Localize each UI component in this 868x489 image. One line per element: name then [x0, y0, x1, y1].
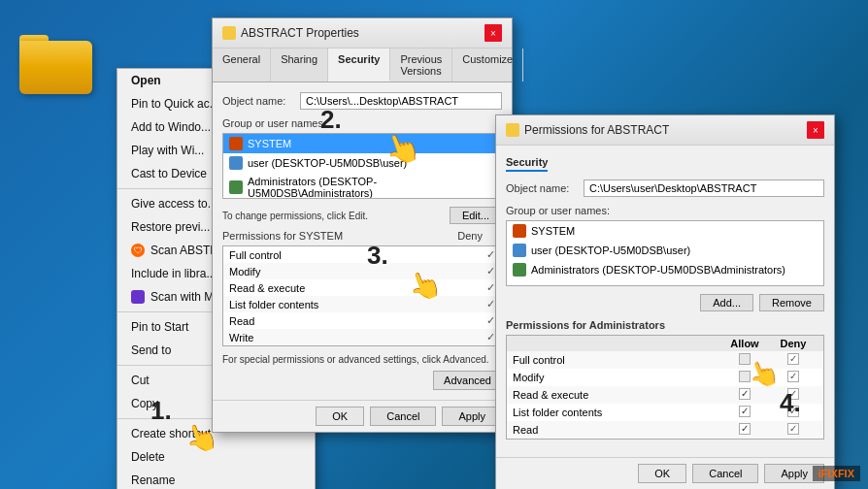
- perm-row-fullcontrol: Full control ✓: [223, 246, 501, 263]
- properties-titlebar: ABSTRACT Properties ×: [213, 18, 512, 49]
- perm-section-title: Permissions for SYSTEM Deny: [222, 230, 502, 242]
- properties-dialog: ABSTRACT Properties × General Sharing Se…: [212, 17, 513, 433]
- edit-button[interactable]: Edit...: [450, 207, 502, 224]
- tab-previous-versions[interactable]: Previous Versions: [390, 49, 452, 82]
- perms-user-admin[interactable]: Administrators (DESKTOP-U5M0DSB\Administ…: [507, 260, 823, 279]
- perms-user-icon: [513, 244, 526, 257]
- perms-row-read: Read: [507, 421, 823, 439]
- user-list-item-admin[interactable]: Administrators (DESKTOP-U5M0DSB\Administ…: [223, 173, 501, 199]
- perms-table: Allow Deny Full control Modify Read & ex…: [506, 335, 824, 440]
- malware-icon: [131, 290, 145, 304]
- perm-check-write: ✓: [486, 331, 495, 343]
- add-remove-row: Add... Remove: [506, 294, 824, 311]
- perms-system-label: SYSTEM: [531, 225, 575, 237]
- perms-user-list: SYSTEM user (DESKTOP-U5M0DSB\user) Admin…: [506, 220, 824, 286]
- allow-listfolder[interactable]: [720, 406, 769, 419]
- perm-for-label: Permissions for Administrators: [506, 319, 824, 331]
- tab-sharing[interactable]: Sharing: [271, 49, 328, 82]
- admin-icon: [229, 180, 243, 194]
- perms-ok-button[interactable]: OK: [638, 464, 686, 483]
- perms-fullcontrol: Full control: [513, 354, 720, 366]
- perms-title: Permissions for ABSTRACT: [506, 123, 669, 137]
- user-list-item-system[interactable]: SYSTEM: [223, 134, 501, 153]
- perms-row-listfolder: List folder contents: [507, 404, 823, 421]
- perm-check-readexec: ✓: [486, 281, 495, 294]
- step-1-label: 1.: [150, 396, 172, 426]
- perms-row-readexec: Read & execute: [507, 386, 823, 404]
- col-deny: Deny: [769, 338, 818, 349]
- tab-general[interactable]: General: [213, 49, 271, 82]
- perm-check-listfolder: ✓: [486, 298, 495, 310]
- perms-user-label: user (DESKTOP-U5M0DSB\user): [531, 244, 690, 256]
- perm-listfolder: List folder contents: [229, 299, 318, 310]
- perms-object-value: C:\Users\user\Desktop\ABSTRACT: [584, 179, 824, 197]
- col-allow: Allow: [720, 338, 769, 349]
- folder-shape: [19, 41, 92, 94]
- step-2-label: 2.: [320, 105, 342, 135]
- deny-label: Deny: [457, 230, 483, 242]
- perms-group-label: Group or user names:: [506, 205, 824, 216]
- remove-button[interactable]: Remove: [759, 294, 824, 311]
- properties-tabs: General Sharing Security Previous Versio…: [213, 49, 512, 82]
- properties-ok-button[interactable]: OK: [316, 407, 364, 426]
- perms-security-tab: Security: [506, 156, 548, 172]
- object-name-label: Object name:: [222, 95, 300, 107]
- user-list: SYSTEM user (DESKTOP-U5M0DSB\user) Admin…: [222, 133, 502, 199]
- properties-cancel-button[interactable]: Cancel: [370, 407, 436, 426]
- folder-icon: [19, 29, 97, 97]
- perm-table: Full control ✓ Modify ✓ Read & execute ✓…: [222, 245, 502, 346]
- system-icon: [229, 137, 243, 150]
- tab-security[interactable]: Security: [328, 49, 390, 82]
- perms-titlebar: Permissions for ABSTRACT ×: [496, 115, 834, 146]
- properties-title-text: ABSTRACT Properties: [241, 26, 359, 40]
- perm-fullcontrol: Full control: [229, 249, 282, 261]
- perms-user-system[interactable]: SYSTEM: [507, 221, 823, 241]
- properties-apply-button[interactable]: Apply: [442, 407, 502, 426]
- user-label: user (DESKTOP-U5M0DSB\user): [248, 157, 407, 169]
- perm-row-write: Write ✓: [223, 329, 501, 345]
- step-4-label: 4.: [780, 388, 801, 418]
- perm-read: Read: [229, 315, 254, 327]
- perms-title-text: Permissions for ABSTRACT: [524, 123, 669, 137]
- perm-check-modify: ✓: [486, 265, 495, 277]
- perms-system-icon: [513, 224, 526, 238]
- change-perm-row: To change permissions, click Edit. Edit.…: [222, 207, 502, 224]
- logo-getfix: FIX: [821, 468, 838, 479]
- deny-read[interactable]: [769, 423, 818, 437]
- user-list-item-user[interactable]: user (DESKTOP-U5M0DSB\user): [223, 153, 501, 173]
- special-perm-note: For special permissions or advanced sett…: [222, 354, 502, 365]
- group-label: Group or user names:: [222, 117, 502, 129]
- perm-readexec: Read & execute: [229, 282, 305, 294]
- perm-row-listfolder: List folder contents ✓: [223, 296, 501, 312]
- perms-title-icon: [506, 123, 519, 137]
- perm-row-readexec: Read & execute ✓: [223, 279, 501, 296]
- perm-row-modify: Modify ✓: [223, 263, 501, 279]
- context-menu-item-rename[interactable]: Rename: [117, 469, 315, 489]
- admin-label: Administrators (DESKTOP-U5M0DSB\Administ…: [248, 176, 495, 199]
- perms-read: Read: [513, 424, 720, 436]
- perms-user-user[interactable]: user (DESKTOP-U5M0DSB\user): [507, 241, 823, 260]
- desktop: Open Pin to Quick ac... Add to Windo... …: [0, 0, 868, 489]
- tab-customize[interactable]: Customize: [452, 49, 523, 82]
- col-name: [513, 338, 720, 349]
- perms-cancel-button[interactable]: Cancel: [692, 464, 758, 483]
- getfix-logo: iFIXFIX: [813, 466, 860, 481]
- step-3-label: 3.: [367, 241, 388, 271]
- properties-footer: OK Cancel Apply: [213, 400, 512, 432]
- system-label: SYSTEM: [248, 138, 291, 149]
- folder-title-icon: [222, 26, 236, 40]
- perms-object-row: Object name: C:\Users\user\Desktop\ABSTR…: [506, 179, 824, 197]
- perms-object-label: Object name:: [506, 182, 584, 194]
- perm-check-fullcontrol: ✓: [486, 248, 495, 261]
- properties-close-button[interactable]: ×: [484, 24, 502, 42]
- perm-row-read: Read ✓: [223, 312, 501, 329]
- user-icon: [229, 156, 243, 170]
- object-name-row: Object name: C:\Users\...Desktop\ABSTRAC…: [222, 92, 502, 110]
- perms-close-button[interactable]: ×: [807, 121, 824, 139]
- add-button[interactable]: Add...: [700, 294, 753, 311]
- perm-check-read: ✓: [486, 314, 495, 327]
- shield-icon: 🛡: [131, 244, 145, 257]
- allow-read[interactable]: [720, 423, 769, 437]
- advanced-button[interactable]: Advanced: [433, 371, 502, 390]
- perm-write: Write: [229, 332, 253, 343]
